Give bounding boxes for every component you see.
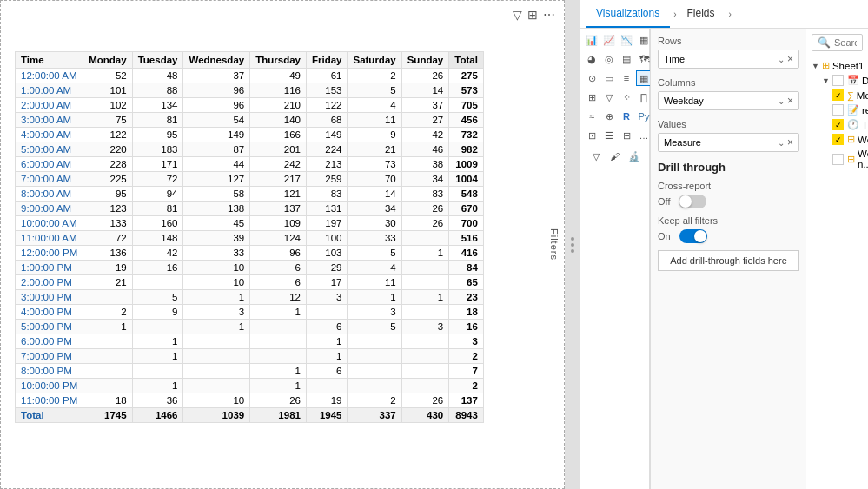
requesttime-checkbox[interactable] (832, 104, 844, 116)
viz-bar-icon[interactable]: 📊 (584, 32, 600, 48)
table-cell: 5 (348, 246, 401, 261)
table-cell: 2 (449, 379, 484, 393)
table-row: 5:00:00 PM1165316 (16, 320, 484, 334)
search-input[interactable] (834, 37, 857, 48)
table-cell: 95 (132, 128, 183, 142)
table-cell: 6 (306, 320, 348, 334)
col-header-total: Total (449, 52, 484, 69)
table-row: 7:00:00 PM112 (16, 349, 484, 364)
table-cell: 17 (306, 275, 348, 290)
weekday-checkbox[interactable]: ✓ (832, 134, 844, 145)
viz-treemap-icon[interactable]: ▤ (619, 51, 634, 67)
measure-label: Measure (857, 90, 868, 101)
table-row: Total174514661039198119453374308943 (16, 408, 484, 423)
table-cell (132, 275, 183, 290)
table-cell: 19 (306, 393, 348, 408)
columns-expand-icon[interactable]: ⌄ (778, 96, 785, 106)
table-cell: 26 (401, 69, 449, 83)
field-date-item[interactable]: ▼ 📅 Date (812, 73, 863, 88)
table-row: 8:00:00 PM167 (16, 364, 484, 379)
table-cell: 42 (401, 128, 449, 142)
viz-custom2-icon[interactable]: ☰ (601, 128, 617, 143)
tab-fields[interactable]: Fields (677, 0, 726, 28)
field-requesttime-item[interactable]: 📝 requestTime (812, 102, 863, 117)
expand-icon[interactable]: ⊞ (527, 8, 538, 22)
viz-kpi-icon[interactable]: ≡ (619, 70, 634, 86)
table-cell: 95 (83, 187, 132, 202)
table-cell: 83 (306, 187, 348, 202)
rows-dropdown[interactable]: Time ⌄ × (658, 50, 799, 69)
rows-expand-icon[interactable]: ⌄ (778, 55, 785, 64)
tab-visualizations[interactable]: Visualizations (586, 0, 670, 28)
table-cell: 10 (183, 275, 250, 290)
rows-dropdown-controls: ⌄ × (778, 53, 793, 65)
table-cell: 21 (348, 142, 401, 157)
viz-analytics-icon[interactable]: 🔬 (626, 149, 642, 164)
viz-r-icon[interactable]: R (619, 109, 634, 124)
table-cell: 5 (132, 290, 183, 305)
table-row: 8:00:00 AM959458121831483548 (16, 187, 484, 202)
field-weekdayn-item[interactable]: ⊞ Weekday n... (812, 147, 863, 171)
viz-scatter-icon[interactable]: ⁘ (619, 89, 634, 105)
values-dropdown[interactable]: Measure ⌄ × (658, 133, 799, 152)
table-cell: 259 (306, 172, 348, 187)
table-cell: 12:00:00 AM (16, 69, 83, 83)
values-expand-icon[interactable]: ⌄ (778, 138, 785, 148)
time-label: Time (862, 120, 868, 130)
date-checkbox[interactable] (832, 75, 844, 86)
table-cell: 137 (250, 202, 307, 216)
weekday-icon: ⊞ (847, 134, 855, 145)
viz-geo-icon[interactable]: ⊕ (601, 109, 617, 124)
keep-filters-toggle[interactable] (679, 229, 707, 243)
table-cell (83, 364, 132, 379)
field-measure-item[interactable]: ✓ ∑ Measure (812, 88, 863, 102)
drill-through-title: Drill through (658, 161, 799, 174)
field-weekday-item[interactable]: ✓ ⊞ Weekday (812, 132, 863, 147)
table-cell: 3 (183, 305, 250, 320)
viz-gauge-icon[interactable]: ⊙ (584, 70, 600, 86)
table-row: 3:00:00 PM511231123 (16, 290, 484, 305)
table-cell: 3 (348, 305, 401, 320)
viz-filter-icon[interactable]: ▽ (588, 149, 604, 164)
viz-format-icon[interactable]: 🖌 (607, 149, 623, 164)
viz-line-icon[interactable]: 📈 (601, 32, 617, 48)
table-cell: 1 (401, 246, 449, 261)
weekdayn-checkbox[interactable] (832, 154, 844, 165)
viz-custom3-icon[interactable]: ⊟ (619, 128, 634, 143)
viz-donut-icon[interactable]: ◎ (601, 51, 617, 67)
filter-icon[interactable]: ▽ (513, 8, 522, 22)
table-cell (83, 334, 132, 349)
sheet1-chevron: ▼ (812, 62, 819, 70)
viz-area-icon[interactable]: 📉 (619, 32, 634, 48)
weekdayn-label: Weekday n... (858, 149, 868, 169)
rows-remove-icon[interactable]: × (787, 53, 793, 65)
viz-matrix-icon[interactable]: ⊞ (584, 89, 600, 105)
add-drill-through-button[interactable]: Add drill-through fields here (658, 250, 799, 271)
table-cell: 84 (449, 261, 484, 275)
viz-custom1-icon[interactable]: ⊡ (584, 128, 600, 143)
table-row: 12:00:00 AM5248374961226275 (16, 69, 484, 83)
measure-checkbox[interactable]: ✓ (832, 89, 844, 101)
viz-pie-icon[interactable]: ◕ (584, 51, 600, 67)
field-time-item[interactable]: ✓ 🕐 Time (812, 117, 863, 132)
table-cell: 456 (449, 113, 484, 128)
columns-dropdown[interactable]: Weekday ⌄ × (658, 91, 799, 110)
search-box[interactable]: 🔍 (812, 34, 863, 51)
sheet1-item[interactable]: ▼ ⊞ Sheet1 (812, 58, 863, 73)
columns-remove-icon[interactable]: × (787, 95, 793, 107)
cross-report-toggle[interactable] (679, 195, 706, 208)
table-cell: 2:00:00 AM (16, 98, 83, 113)
viz-funnel-icon[interactable]: ▽ (601, 89, 617, 105)
table-cell: 2 (449, 349, 484, 364)
viz-card-icon[interactable]: ▭ (601, 70, 617, 86)
values-remove-icon[interactable]: × (787, 136, 793, 149)
keep-filters-label: Keep all filters (658, 215, 799, 226)
table-cell (83, 290, 132, 305)
table-cell: 75 (83, 113, 132, 128)
table-row: 9:00:00 AM123811381371313426670 (16, 202, 484, 216)
viz-ribbon-icon[interactable]: ≈ (584, 109, 600, 124)
time-checkbox[interactable]: ✓ (832, 119, 844, 130)
keep-filters-on-label: On (658, 231, 671, 241)
table-cell: 6 (306, 364, 348, 379)
table-row: 11:00:00 AM721483912410033516 (16, 231, 484, 246)
